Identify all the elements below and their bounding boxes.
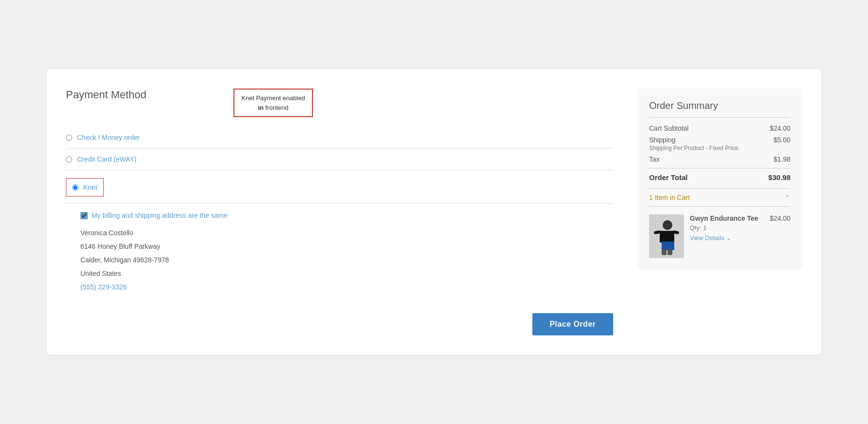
billing-block: My billing and shipping address are the …	[80, 212, 613, 294]
cart-count-label: 1 Item in Cart	[649, 194, 690, 201]
chevron-down-icon: ⌄	[726, 234, 731, 242]
same-address-checkbox[interactable]	[80, 212, 88, 219]
svg-rect-7	[667, 249, 672, 255]
payment-option-knet-row: Knet	[66, 170, 613, 204]
cart-item-details: Gwyn Endurance Tee $24.00 Qty: 1 View De…	[690, 214, 790, 242]
product-image-svg	[649, 214, 684, 258]
billing-street: 6146 Honey Bluff Parkway	[80, 240, 613, 253]
notification-line2: in frontend	[258, 104, 289, 111]
cart-item-name-price-row: Gwyn Endurance Tee $24.00	[690, 214, 790, 222]
payment-option-check[interactable]: Check / Money order	[66, 127, 613, 149]
order-total-label: Order Total	[649, 173, 688, 182]
place-order-button[interactable]: Place Order	[532, 313, 613, 335]
cart-item-price: $24.00	[770, 214, 790, 222]
view-details-label: View Details	[690, 234, 724, 242]
shipping-value: $5.00	[774, 136, 790, 144]
shipping-row: Shipping $5.00	[649, 136, 790, 144]
same-address-label: My billing and shipping address are the …	[92, 212, 228, 219]
payment-option-check-label: Check / Money order	[77, 134, 140, 141]
radio-knet[interactable]	[72, 184, 78, 191]
cart-item-name: Gwyn Endurance Tee	[690, 214, 758, 222]
billing-city-state-zip: Calder, Michigan 49628-7978	[80, 253, 613, 267]
order-total-value: $30.98	[768, 173, 790, 182]
cart-subtotal-label: Cart Subtotal	[649, 124, 689, 132]
radio-credit-card[interactable]	[66, 156, 72, 163]
page-wrapper: Payment Method Knet Payment enabled in f…	[46, 69, 822, 355]
view-details-button[interactable]: View Details ⌄	[690, 234, 731, 242]
payment-options: Check / Money order Credit Card (eWAY) K…	[66, 127, 613, 204]
notification-line1: Knet Payment enabled	[241, 94, 305, 102]
order-summary-title: Order Summary	[649, 100, 790, 118]
cart-subtotal-value: $24.00	[770, 124, 790, 132]
billing-country: United States	[80, 267, 613, 280]
knet-section[interactable]: Knet	[66, 178, 104, 197]
place-order-row: Place Order	[66, 313, 613, 335]
svg-rect-2	[660, 231, 674, 242]
tax-row: Tax $1.98	[649, 155, 790, 163]
knet-label: Knet	[83, 183, 97, 191]
radio-check[interactable]	[66, 135, 72, 141]
tax-value: $1.98	[774, 155, 790, 163]
svg-rect-5	[662, 242, 674, 250]
shipping-label: Shipping	[649, 136, 676, 144]
cart-item-image	[649, 214, 684, 258]
notification-box: Knet Payment enabled in frontend	[233, 89, 313, 117]
left-panel: Payment Method Knet Payment enabled in f…	[66, 89, 623, 335]
billing-phone: (555) 229-3326	[80, 280, 613, 294]
svg-rect-6	[662, 249, 666, 255]
order-total-row: Order Total $30.98	[649, 168, 790, 182]
cart-item: Gwyn Endurance Tee $24.00 Qty: 1 View De…	[649, 214, 790, 258]
page-title: Payment Method	[66, 89, 146, 101]
svg-point-1	[663, 220, 672, 230]
cart-item-qty: Qty: 1	[690, 224, 790, 231]
payment-option-credit-card-label: Credit Card (eWAY)	[77, 155, 137, 163]
header-row: Payment Method Knet Payment enabled in f…	[66, 89, 613, 122]
payment-option-credit-card[interactable]: Credit Card (eWAY)	[66, 149, 613, 170]
right-panel: Order Summary Cart Subtotal $24.00 Shipp…	[637, 89, 802, 270]
chevron-up-icon: ⌃	[785, 194, 790, 201]
cart-subtotal-row: Cart Subtotal $24.00	[649, 124, 790, 132]
cart-header[interactable]: 1 Item in Cart ⌃	[649, 188, 790, 207]
shipping-method: Shipping Per Product - Fixed Price	[649, 145, 790, 151]
tax-label: Tax	[649, 155, 660, 163]
billing-name: Veronica Costello	[80, 226, 613, 240]
billing-checkbox-row[interactable]: My billing and shipping address are the …	[80, 212, 613, 219]
